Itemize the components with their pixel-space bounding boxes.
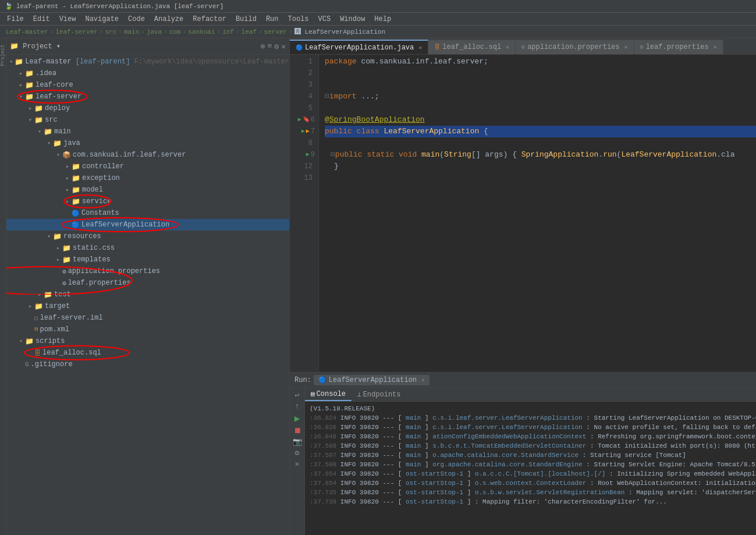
menu-window[interactable]: Window — [335, 14, 370, 24]
tree-service[interactable]: ▸ 📁 service — [6, 196, 289, 207]
tab-application-props[interactable]: ⚙ application.properties ✕ — [516, 40, 634, 54]
menu-edit[interactable]: Edit — [29, 14, 55, 24]
tab-close-icon[interactable]: ✕ — [624, 44, 628, 51]
tree-pom[interactable]: M pom.xml — [6, 324, 289, 335]
menu-navigate[interactable]: Navigate — [80, 14, 123, 24]
package-icon: 📦 — [62, 151, 71, 160]
tree-leaf-core[interactable]: ▸ 📁 leaf-core — [6, 79, 289, 91]
close-icon[interactable]: ✕ — [281, 42, 286, 51]
menu-tools[interactable]: Tools — [283, 14, 314, 24]
tree-label: Constants — [81, 209, 119, 217]
tree-deploy[interactable]: ▸ 📁 deploy — [6, 102, 289, 114]
bc-leaf[interactable]: leaf — [242, 29, 257, 36]
tab-leaf-server-app[interactable]: 🔵 LeafServerApplication.java ✕ — [290, 40, 428, 54]
tab-leaf-alloc-sql[interactable]: 🗄 leaf_alloc.sql ✕ — [428, 40, 516, 54]
run-icon[interactable]: ▶ — [298, 114, 301, 126]
run-stop-btn[interactable]: ⏹ — [293, 426, 301, 435]
tree-gitignore[interactable]: G .gitignore — [6, 359, 289, 370]
project-tab-label[interactable]: Project — [0, 44, 6, 66]
tab-leaf-props[interactable]: ⚙ leaf.properties ✕ — [634, 40, 723, 54]
tree-label: test — [54, 290, 71, 299]
settings-icon[interactable]: ⚙ — [274, 42, 279, 51]
bc-main[interactable]: main — [124, 29, 139, 36]
tree-iml[interactable]: ◻ leaf-server.iml — [6, 312, 289, 324]
menu-vcs[interactable]: VCS — [314, 14, 336, 24]
bc-com[interactable]: com — [169, 29, 181, 36]
tree-target[interactable]: ▸ 📁 target — [6, 300, 289, 312]
tree-leaf-server-app[interactable]: 🔵 LeafServerApplication — [6, 219, 289, 231]
collapse-icon[interactable]: ⊟ — [325, 91, 329, 102]
run-icon[interactable]: ▶ — [301, 126, 305, 137]
param: args — [485, 149, 503, 161]
tab-close-icon[interactable]: ✕ — [418, 44, 422, 51]
tree-static[interactable]: ▸ 📁 static.css — [6, 242, 289, 254]
bc-java[interactable]: java — [147, 29, 162, 36]
code-content[interactable]: package com.sankuai.inf.leaf.server; ⊟ i… — [319, 55, 756, 372]
tree-idea[interactable]: ▸ 📁 .idea — [6, 68, 289, 79]
run-resume-btn[interactable]: ▶ — [294, 413, 300, 424]
props-icon: ⚙ — [62, 268, 66, 275]
tab-close-icon[interactable]: ✕ — [506, 44, 509, 51]
console-tab[interactable]: ▤ Console — [305, 388, 352, 401]
tree-package[interactable]: ▾ 📦 com.sankuai.inf.leaf.server — [6, 149, 289, 161]
tree-test[interactable]: ▸ 📁 test — [6, 289, 289, 300]
tree-label: src — [45, 116, 58, 124]
arrow-icon: ▾ — [17, 338, 25, 345]
bc-leaf-server[interactable]: leaf-server — [55, 29, 98, 36]
tree-leaf-server[interactable]: ▾ 📁 leaf-server — [6, 91, 289, 102]
endpoints-tab[interactable]: ⟂ Endpoints — [352, 388, 406, 401]
tab-java-icon: 🔵 — [296, 44, 303, 51]
menu-run[interactable]: Run — [261, 14, 283, 24]
bc-inf[interactable]: inf — [222, 29, 234, 36]
bc-leaf-master[interactable]: Leaf-master — [6, 29, 48, 36]
keyword: static — [367, 149, 399, 161]
run-restart-btn[interactable]: ↩ — [294, 390, 299, 400]
tree-model[interactable]: ▸ 📁 model — [6, 184, 289, 196]
folder-icon: 📁 — [62, 256, 71, 264]
tab-close-icon[interactable]: ✕ — [714, 44, 717, 51]
run-icon[interactable]: ▶ — [306, 149, 310, 161]
tree-java[interactable]: ▾ 📁 java — [6, 137, 289, 149]
run-camera-btn[interactable]: 📷 — [293, 437, 302, 447]
tree-leaf-props[interactable]: ⚙ leaf.properties — [6, 277, 289, 289]
line-7-num: 7 — [311, 126, 315, 137]
arrow-icon: ▸ — [26, 105, 34, 112]
menu-refactor[interactable]: Refactor — [188, 14, 231, 24]
annotation-text: SpringBootApplication — [329, 114, 425, 126]
tree-scripts[interactable]: ▾ 📁 scripts — [6, 335, 289, 347]
tree-main[interactable]: ▾ 📁 main — [6, 126, 289, 137]
menu-file[interactable]: File — [2, 14, 29, 24]
tree-templates[interactable]: ▸ 📁 templates — [6, 254, 289, 265]
run-settings-btn[interactable]: ⚙ — [295, 448, 300, 458]
tree-resources[interactable]: ▾ 📁 resources — [6, 231, 289, 242]
console-output[interactable]: (V1.5.18.RELEASE) :36.824 INFO 39820 ---… — [305, 402, 756, 535]
run-scroll-top-btn[interactable]: ↑ — [294, 402, 299, 411]
tree-constants[interactable]: 🔵 Constants — [6, 207, 289, 219]
run-close-btn[interactable]: ✕ — [295, 459, 300, 469]
menu-analyze[interactable]: Analyze — [150, 14, 188, 24]
sql-icon: 🗄 — [34, 349, 41, 357]
tree-leaf-alloc[interactable]: 🗄 leaf_alloc.sql — [6, 347, 289, 359]
paren: ( — [439, 149, 444, 161]
sync-icon[interactable]: ⊕ — [261, 42, 265, 51]
menu-build[interactable]: Build — [231, 14, 261, 24]
bc-app[interactable]: 🅰 LeafServerApplication — [294, 28, 385, 36]
bc-server[interactable]: server — [264, 29, 288, 36]
bc-src[interactable]: src — [105, 29, 116, 36]
tree-label: pom.xml — [40, 325, 69, 334]
run-tab-close[interactable]: ✕ — [421, 377, 425, 384]
tree-app-props[interactable]: ⚙ application.properties — [6, 265, 289, 277]
tree-controller[interactable]: ▸ 📁 controller — [6, 161, 289, 172]
menu-help[interactable]: Help — [370, 14, 396, 24]
tree-exception[interactable]: ▸ 📁 exception — [6, 172, 289, 184]
code-line-3 — [325, 79, 756, 91]
menu-view[interactable]: View — [55, 14, 81, 24]
bc-sankuai[interactable]: sankuai — [188, 29, 215, 36]
collapse-icon[interactable]: ≡ — [268, 42, 272, 51]
collapse-icon[interactable]: ⊟ — [331, 149, 335, 161]
menu-code[interactable]: Code — [123, 14, 150, 24]
run-app-tab[interactable]: 🔵 LeafServerApplication ✕ — [314, 375, 430, 385]
tree-leaf-master[interactable]: ▾ 📁 Leaf-master [leaf-parent] F:\mywork\… — [6, 56, 289, 68]
tree-src[interactable]: ▾ 📁 src — [6, 114, 289, 126]
package-name: com.sankuai.inf.leaf.server; — [361, 56, 488, 68]
